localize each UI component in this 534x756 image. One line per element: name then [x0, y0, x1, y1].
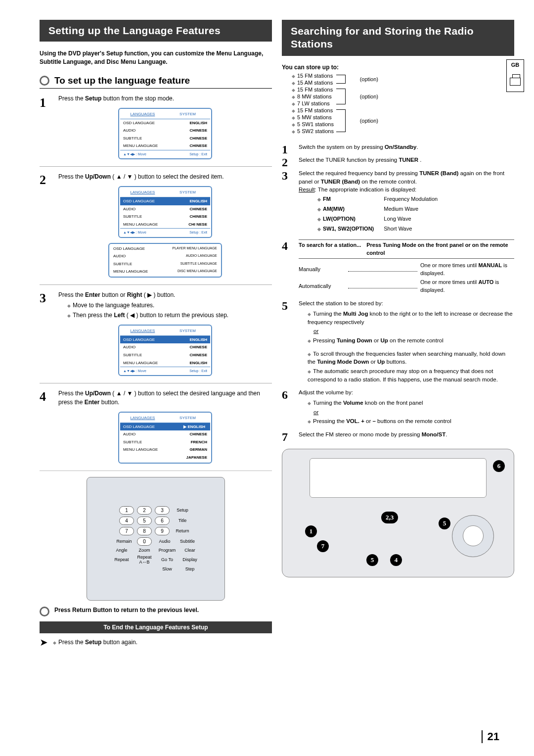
remote-label-step: Step [180, 567, 200, 571]
callout-1: 1 [305, 525, 317, 537]
remote-key-0: 0 [137, 537, 152, 546]
remote-label-remain: Remain [114, 539, 134, 544]
bullet-icon [40, 76, 49, 86]
store-heading: You can store up to: [282, 64, 514, 71]
menu-tab-languages: LANGUAGES [120, 110, 165, 119]
radio-icon [510, 78, 521, 86]
remote-label-angle: Angle [112, 548, 132, 553]
callout-2-3: 2,3 [381, 512, 398, 523]
remote-key-6: 6 [155, 517, 170, 525]
intro-text: Using the DVD player's Setup function, y… [40, 49, 272, 66]
return-note: Press Return Button to return to the pre… [40, 607, 272, 616]
language-steps: Press the Setup button from the stop mod… [40, 94, 272, 464]
page-number: 21 [482, 730, 499, 743]
remote-label-return: Return [173, 528, 192, 533]
station-line: 7 LW stations [282, 100, 334, 106]
station-line: 8 MW stations [282, 94, 334, 99]
remote-key-9: 9 [155, 527, 170, 535]
callout-4: 4 [390, 554, 402, 566]
osd-menu-2b: OSD LANGUAGEPLAYER MENU LANGUAGE AUDIOAU… [108, 243, 222, 278]
option-label: (option) [360, 118, 378, 124]
callout-5a: 5 [366, 554, 378, 566]
station-line: 5 SW2 stations [282, 128, 334, 134]
subsection-title: To set up the language feature [54, 75, 190, 86]
remote-key-4: 4 [119, 517, 134, 525]
remote-key-3: 3 [155, 506, 170, 515]
remote-key-8: 8 [137, 527, 152, 535]
remote-label-clear: Clear [180, 548, 200, 553]
remote-label-program: Program [157, 548, 177, 553]
station-line: 15 FM stations [282, 87, 334, 93]
subsection-heading: To set up the language feature [40, 75, 272, 89]
region-badge: GB [506, 59, 524, 92]
left-column: Setting up the Language Features Using t… [40, 20, 272, 648]
rstep-3: Select the required frequency band by pr… [282, 169, 514, 235]
remote-illustration: 1 2 3 Setup 4 5 6 Title 7 8 9 Return Rem… [87, 477, 225, 601]
multi-jog-icon [452, 515, 494, 557]
callout-6: 6 [493, 460, 505, 472]
option-label: (option) [360, 94, 378, 99]
station-line: 15 FM stations [282, 107, 334, 113]
remote-label-goto: Go To [157, 557, 177, 562]
rstep-5: Select the station to be stored by: Turn… [282, 299, 514, 383]
remote-key-1: 1 [119, 506, 134, 515]
rstep-1: Switch the system on by pressing On/Stan… [282, 143, 514, 151]
remote-label-title: Title [173, 518, 192, 523]
callout-7: 7 [317, 540, 329, 552]
osd-menu-4: LANGUAGES SYSTEM OSD LANGUAGE▶ ENGLISH A… [118, 412, 212, 464]
step-2: Press the Up/Down ( ▲ / ▼ ) button to se… [40, 166, 272, 278]
remote-label-subtitle: Subtitle [178, 539, 197, 544]
remote-label-zoom: Zoom [134, 548, 154, 553]
region-code: GB [511, 62, 520, 68]
arrow-icon: ➤ [40, 636, 48, 648]
station-line: 15 AM stations [282, 80, 334, 86]
station-line: 5 SW1 stations [282, 121, 334, 127]
step-1: Press the Setup button from the stop mod… [40, 94, 272, 160]
remote-label-display: Display [180, 557, 200, 562]
remote-key-5: 5 [137, 517, 152, 525]
step-3: Press the Enter button or Right ( ▶ ) bu… [40, 284, 272, 376]
rstep-7: Select the FM stereo or mono mode by pre… [282, 430, 514, 439]
option-label: (option) [360, 76, 378, 82]
remote-label-audio: Audio [155, 539, 175, 544]
rstep-2: Select the TUNER function by pressing TU… [282, 156, 514, 164]
step-4: Press the Up/Down ( ▲ / ▼ ) button to se… [40, 383, 272, 463]
press-col-head: Press Tuning Mode on the front panel or … [366, 241, 514, 257]
remote-label-repeat-ab: Repeat A↔B [134, 555, 154, 565]
osd-menu-2a: LANGUAGES SYSTEM OSD LANGUAGEENGLISH AUD… [118, 186, 212, 237]
bullet-icon [40, 607, 49, 616]
remote-key-2: 2 [137, 506, 152, 515]
remote-key-7: 7 [119, 527, 134, 535]
return-note-text: Press Return Button to return to the pre… [54, 607, 199, 614]
station-line: 5 MW stations [282, 114, 334, 120]
section-heading-language: Setting up the Language Features [40, 20, 272, 42]
right-column: Searching for and Storing the Radio Stat… [282, 20, 514, 648]
remote-label-repeat: Repeat [112, 557, 132, 562]
device-lcd [310, 458, 487, 498]
callout-5b: 5 [439, 518, 450, 529]
radio-steps: Switch the system on by pressing On/Stan… [282, 143, 514, 439]
osd-menu-3: LANGUAGES SYSTEM OSD LANGUAGEENGLISH AUD… [118, 325, 212, 376]
search-col-head: To search for a station... [299, 241, 366, 257]
band-table: FMFrequency Modulation AM(MW)Medium Wave… [316, 194, 447, 235]
station-line: 15 FM stations [282, 73, 334, 79]
rstep-4: To search for a station... Press Tuning … [282, 239, 514, 295]
rstep-6: Adjust the volume by: Turning the Volume… [282, 388, 514, 425]
remote-label-slow: Slow [157, 567, 177, 571]
device-illustration: 1 2,3 4 5 5 6 7 [282, 449, 514, 577]
remote-label-setup: Setup [173, 508, 192, 513]
osd-menu-1: LANGUAGES SYSTEM OSD LANGUAGEENGLISH AUD… [118, 108, 212, 159]
menu-tab-system: SYSTEM [165, 110, 210, 119]
section-heading-radio: Searching for and Storing the Radio Stat… [282, 20, 514, 56]
end-setup-note: ➤ Press the Setup button again. [40, 636, 272, 648]
end-band: To End the Language Features Setup [40, 621, 272, 633]
